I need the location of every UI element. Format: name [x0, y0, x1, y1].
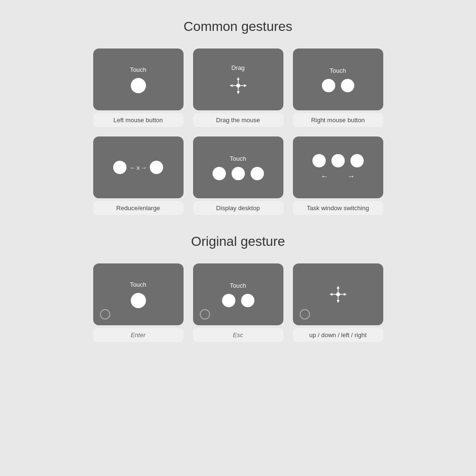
label-directions: up / down / left / right	[293, 328, 383, 342]
dot-esc-1	[222, 294, 235, 307]
dots-touch-left	[131, 78, 146, 93]
ring-directions	[300, 309, 310, 320]
card-title-drag: Drag	[231, 64, 244, 71]
svg-marker-3	[244, 84, 247, 87]
card-touch-left: Touch Left mouse button	[93, 49, 184, 127]
svg-point-13	[336, 292, 340, 296]
dot-r-2	[341, 79, 354, 92]
dot-esc-2	[241, 294, 254, 307]
label-task-switch: Task window switching	[293, 201, 383, 215]
dots-touch-right	[322, 79, 354, 92]
task-switch-arrows: ← →	[321, 172, 355, 181]
card-visual-display-desktop: Touch	[193, 136, 283, 198]
dots-task-switch	[312, 154, 364, 167]
svg-marker-0	[237, 77, 240, 80]
dot-ts-1	[312, 154, 326, 167]
card-esc: Touch Esc	[193, 263, 283, 342]
arrow-right-icon: →	[348, 172, 355, 181]
dots-esc	[222, 294, 254, 307]
dot-dd-1	[213, 167, 226, 180]
card-visual-drag-mouse: Drag	[193, 49, 283, 110]
label-touch-right: Right mouse button	[293, 113, 383, 127]
card-title-esc: Touch	[230, 282, 246, 289]
dot-ts-2	[331, 154, 345, 167]
dot-ts-3	[350, 154, 364, 167]
original-gesture-title: Original gesture	[191, 234, 285, 249]
card-directions: up / down / left / right	[293, 263, 383, 342]
crosshair-icon	[229, 76, 248, 95]
card-visual-enter: Touch	[93, 263, 184, 325]
common-gestures-grid: Touch Left mouse button Drag	[93, 49, 383, 215]
crosshair-directions-icon	[329, 285, 348, 304]
ring-enter	[100, 309, 110, 320]
dots-display-desktop	[213, 167, 264, 180]
card-enter: Touch Enter	[93, 263, 184, 342]
dots-enter	[131, 293, 146, 308]
card-reduce-enlarge: ← x → Reduce/enlarge	[93, 136, 184, 215]
label-touch-left: Left mouse button	[93, 113, 184, 127]
card-display-desktop: Touch Display desktop	[193, 136, 283, 215]
arrow-left-icon: ←	[321, 172, 329, 181]
dot-dd-2	[232, 167, 245, 180]
common-gestures-title: Common gestures	[184, 19, 292, 34]
dot-r-1	[322, 79, 335, 92]
dot-enter	[131, 293, 146, 308]
label-display-desktop: Display desktop	[193, 201, 283, 215]
card-visual-directions	[293, 263, 383, 325]
original-gestures-grid: Touch Enter Touch Esc	[93, 263, 383, 342]
ring-esc	[200, 309, 210, 320]
card-visual-touch-left: Touch	[93, 49, 184, 110]
card-touch-right: Touch Right mouse button	[293, 49, 383, 127]
reduce-icon: ← x →	[113, 161, 163, 174]
label-drag-mouse: Drag the mouse	[193, 113, 283, 127]
card-title-touch-left: Touch	[130, 66, 146, 73]
card-visual-esc: Touch	[193, 263, 283, 325]
label-enter: Enter	[93, 328, 184, 342]
dot-reduce-right	[150, 161, 163, 174]
dot-dd-3	[251, 167, 264, 180]
svg-marker-7	[337, 286, 340, 289]
dot-1	[131, 78, 146, 93]
card-title-display-desktop: Touch	[230, 155, 246, 162]
svg-marker-10	[344, 293, 347, 296]
svg-marker-2	[230, 84, 233, 87]
label-esc: Esc	[193, 328, 283, 342]
card-task-switch: ← → Task window switching	[293, 136, 383, 215]
label-reduce-enlarge: Reduce/enlarge	[93, 201, 184, 215]
card-visual-reduce: ← x →	[93, 136, 184, 198]
svg-point-6	[236, 84, 240, 87]
card-drag-mouse: Drag Drag the mo	[193, 49, 283, 127]
card-title-enter: Touch	[130, 281, 146, 288]
svg-marker-8	[337, 300, 340, 303]
svg-marker-1	[237, 91, 240, 94]
card-visual-touch-right: Touch	[293, 49, 383, 110]
card-title-touch-right: Touch	[330, 67, 346, 74]
svg-marker-9	[330, 293, 332, 296]
dot-reduce-left	[113, 161, 126, 174]
card-visual-task-switch: ← →	[293, 136, 383, 198]
